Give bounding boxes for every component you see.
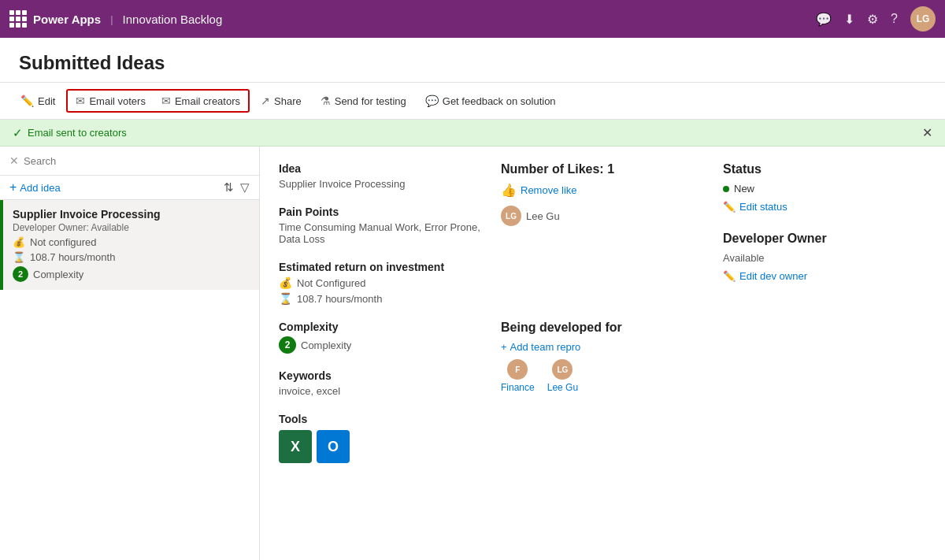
feedback-icon[interactable]: 💬 (816, 12, 832, 27)
outlook-icon-letter: O (328, 439, 339, 455)
help-icon[interactable]: ? (891, 12, 898, 26)
get-feedback-button[interactable]: 💬 Get feedback on solution (417, 91, 564, 111)
status-heading: Status (723, 162, 926, 176)
dev-owner-heading: Developer Owner (723, 232, 926, 246)
nav-right: 💬 ⬇ ⚙ ? LG (816, 6, 936, 32)
team-member-leegu[interactable]: LG Lee Gu (547, 359, 578, 393)
roi-not-configured-row: 💰 Not Configured (279, 276, 482, 289)
detail-panel: Idea Supplier Invoice Processing Pain Po… (260, 146, 945, 560)
add-team-button[interactable]: + Add team repro (501, 341, 580, 353)
notification-bar: ✓ Email sent to creators ✕ (0, 120, 945, 146)
email-voters-button[interactable]: ✉ Email voters (68, 91, 154, 111)
search-bar: ✕ (0, 146, 259, 176)
settings-icon[interactable]: ⚙ (867, 12, 878, 27)
sort-filter-group: ⇅ ▽ (224, 180, 250, 195)
idea-title: Supplier Invoice Processing (13, 208, 250, 221)
dev-owner-value: Available (723, 252, 926, 264)
share-icon: ↗ (261, 95, 270, 107)
outlook-tool-icon[interactable]: O (317, 430, 350, 463)
pain-points-label: Pain Points (279, 206, 482, 218)
tools-section: Tools X O (279, 413, 482, 466)
app-subtitle: Innovation Backlog (123, 13, 223, 26)
notification-message: Email sent to creators (28, 127, 127, 139)
idea-list-item[interactable]: Supplier Invoice Processing Developer Ow… (0, 200, 259, 290)
search-clear-icon[interactable]: ✕ (9, 154, 19, 167)
email-voters-icon: ✉ (76, 95, 85, 107)
email-voters-creators-group: ✉ Email voters ✉ Email creators (66, 89, 250, 113)
detail-col-2: Number of Likes: 1 👍 Remove like LG Lee … (501, 162, 704, 482)
download-icon[interactable]: ⬇ (844, 12, 854, 27)
team-member-leegu-name: Lee Gu (547, 382, 578, 393)
team-member-finance-name: Finance (501, 382, 535, 393)
complexity-section: Complexity 2 Complexity (279, 321, 482, 354)
complexity-row: 2 Complexity (279, 336, 482, 354)
being-developed-section: Being developed for + Add team repro F F… (501, 321, 704, 393)
search-input[interactable] (24, 155, 250, 167)
status-value: New (734, 183, 754, 195)
edit-status-button[interactable]: ✏️ Edit status (723, 198, 788, 216)
top-nav: Power Apps | Innovation Backlog 💬 ⬇ ⚙ ? … (0, 0, 945, 38)
liker-avatar: LG (501, 206, 521, 226)
sidebar: ✕ + Add idea ⇅ ▽ Supplier Invoice Proces… (0, 146, 260, 560)
edit-icon: ✏️ (20, 95, 34, 107)
pain-points-section: Pain Points Time Consuming Manual Work, … (279, 206, 482, 245)
app-name: Power Apps (33, 13, 101, 26)
detail-col-3: Status New ✏️ Edit status Developer Owne… (723, 162, 926, 482)
roi-hours: 108.7 hours/month (297, 293, 382, 305)
add-idea-button[interactable]: + Add idea (9, 180, 61, 195)
email-creators-icon: ✉ (161, 95, 171, 107)
excel-tool-icon[interactable]: X (279, 430, 312, 463)
team-member-finance-avatar: F (507, 359, 528, 380)
edit-dev-owner-button[interactable]: ✏️ Edit dev owner (723, 267, 807, 285)
add-team-icon: + (501, 341, 507, 353)
tools-label: Tools (279, 413, 482, 425)
waffle-icon[interactable] (9, 10, 27, 28)
get-feedback-icon: 💬 (425, 95, 439, 107)
complexity-label: Complexity (279, 321, 482, 333)
likes-heading: Number of Likes: 1 (501, 162, 704, 176)
page-title: Submitted Ideas (19, 52, 926, 74)
remove-like-button[interactable]: 👍 Remove like (501, 183, 577, 198)
status-row: New (723, 183, 926, 195)
idea-hours-row: ⌛ 108.7 hours/month (13, 251, 250, 263)
nav-separator: | (110, 13, 113, 25)
idea-not-configured: Not configured (30, 236, 97, 248)
likes-section: Number of Likes: 1 👍 Remove like LG Lee … (501, 162, 704, 226)
send-testing-button[interactable]: ⚗ Send for testing (313, 91, 414, 111)
complexity-number-badge: 2 (279, 336, 296, 354)
being-developed-heading: Being developed for (501, 321, 704, 335)
share-button[interactable]: ↗ Share (253, 91, 309, 111)
team-member-finance[interactable]: F Finance (501, 359, 535, 393)
team-member-leegu-avatar: LG (552, 359, 573, 380)
idea-developer-owner: Developer Owner: Available (13, 222, 250, 233)
toolbar: ✏️ Edit ✉ Email voters ✉ Email creators … (0, 83, 945, 120)
sidebar-actions: + Add idea ⇅ ▽ (0, 176, 259, 200)
edit-button[interactable]: ✏️ Edit (13, 91, 63, 111)
idea-section: Idea Supplier Invoice Processing (279, 162, 482, 190)
detail-col-1: Idea Supplier Invoice Processing Pain Po… (279, 162, 482, 482)
excel-icon-letter: X (291, 439, 300, 455)
send-testing-icon: ⚗ (321, 95, 331, 107)
roi-hours-icon: ⌛ (279, 292, 292, 305)
thumbs-up-icon: 👍 (501, 183, 517, 198)
keywords-section: Keywords invoice, excel (279, 369, 482, 397)
avatar[interactable]: LG (910, 6, 936, 32)
sort-icon[interactable]: ⇅ (224, 180, 234, 195)
complexity-value: Complexity (301, 339, 351, 351)
team-row: F Finance LG Lee Gu (501, 359, 704, 393)
keywords-label: Keywords (279, 369, 482, 382)
filter-icon[interactable]: ▽ (240, 180, 250, 195)
page-header: Submitted Ideas (0, 38, 945, 83)
edit-status-icon: ✏️ (723, 201, 736, 213)
roi-icon: 💰 (13, 236, 25, 248)
roi-not-configured: Not Configured (297, 277, 365, 289)
main-layout: ✕ + Add idea ⇅ ▽ Supplier Invoice Proces… (0, 146, 945, 560)
roi-hours-row: ⌛ 108.7 hours/month (279, 292, 482, 305)
keywords-value: invoice, excel (279, 385, 482, 397)
notification-close-button[interactable]: ✕ (922, 125, 932, 140)
edit-dev-icon: ✏️ (723, 270, 736, 282)
notification-content: ✓ Email sent to creators (13, 126, 127, 140)
status-section: Status New ✏️ Edit status (723, 162, 926, 216)
email-creators-button[interactable]: ✉ Email creators (154, 91, 248, 111)
idea-not-configured-row: 💰 Not configured (13, 236, 250, 248)
